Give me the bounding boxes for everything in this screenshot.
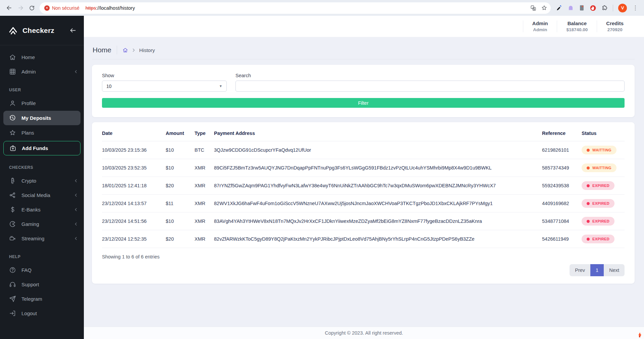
column-header-payment-address: Payment Address bbox=[214, 125, 542, 141]
briefcase-plus-icon bbox=[9, 145, 16, 152]
cell-amount: $10 bbox=[166, 159, 195, 177]
reload-icon bbox=[29, 5, 35, 11]
sidebar-item-label: Add Funds bbox=[22, 145, 48, 151]
sidebar-section-help: HELP bbox=[0, 246, 84, 263]
entries-summary: Showing 1 to 6 of 6 entries bbox=[102, 254, 625, 259]
status-dot-icon bbox=[587, 202, 590, 205]
sidebar-item-label: Profile bbox=[21, 100, 36, 106]
sidebar-item-add-funds[interactable]: Add Funds bbox=[3, 141, 80, 155]
sidebar-section-checkers: CHECKERS bbox=[0, 156, 84, 174]
filter-button[interactable]: Filter bbox=[102, 98, 625, 108]
cell-payment-address: 82vZfARWzkKToC5gyD89Y8Q2jPaKtxzMn2YykPJR… bbox=[214, 230, 542, 248]
flame-icon[interactable] bbox=[637, 332, 642, 338]
pagination-next-button[interactable]: Next bbox=[604, 264, 625, 276]
sidebar-item-telegram[interactable]: Telegram bbox=[0, 292, 84, 306]
cell-status: EXPIRED bbox=[582, 177, 625, 195]
pacman-icon bbox=[9, 221, 16, 228]
select-arrow-icon: ▼ bbox=[219, 84, 222, 88]
cell-payment-address: 3QJzw9CDDG91cDScupcrYFaQdvq12UfUor bbox=[214, 141, 542, 159]
ghost-extension-icon[interactable] bbox=[568, 5, 574, 11]
table-row: 10/03/2025 23:52:35$10XMR89Ci5FZJ5BmTz3r… bbox=[102, 159, 625, 177]
chevron-left-icon bbox=[73, 178, 78, 183]
browser-forward-button[interactable] bbox=[15, 2, 26, 14]
sidebar-item-gaming[interactable]: Gaming bbox=[0, 217, 84, 231]
table-row: 23/12/2024 12:52:35$20XMR82vZfARWzkKToC5… bbox=[102, 230, 625, 248]
bookmark-star-icon[interactable] bbox=[541, 5, 547, 11]
pagination-page-1-button[interactable]: 1 bbox=[590, 264, 604, 276]
show-select[interactable]: 10 ▼ bbox=[102, 81, 227, 92]
document-extension-icon[interactable] bbox=[579, 5, 585, 11]
breadcrumb: Home History bbox=[93, 46, 635, 54]
sidebar-item-label: Social Media bbox=[21, 192, 50, 198]
show-label: Show bbox=[102, 73, 227, 78]
translate-icon[interactable] bbox=[530, 5, 536, 11]
stop-hand-extension-icon[interactable] bbox=[590, 5, 596, 11]
eyedropper-extension-icon[interactable] bbox=[556, 5, 562, 11]
history-icon bbox=[9, 114, 16, 122]
page-footer: Copyright © 2023. All right reserved. bbox=[84, 327, 644, 339]
dollar-icon bbox=[9, 206, 16, 213]
table-row: 23/12/2024 14:13:57$11XMR82WV1XkJG6haFwF… bbox=[102, 195, 625, 212]
sidebar-item-logout[interactable]: Logout bbox=[0, 306, 84, 321]
sidebar-item-social-media[interactable]: Social Media bbox=[0, 188, 84, 202]
status-dot-icon bbox=[587, 166, 590, 170]
header-balance-stat: Balance $18740.00 bbox=[557, 20, 597, 32]
address-bar[interactable]: ✕ Non sécurisé https://localhost/history bbox=[40, 2, 551, 14]
browser-reload-button[interactable] bbox=[26, 2, 38, 14]
sidebar-item-label: Gaming bbox=[21, 221, 39, 227]
pagination: Prev 1 Next bbox=[570, 264, 625, 276]
status-label: EXPIRED bbox=[592, 237, 609, 241]
star-icon bbox=[9, 129, 16, 136]
column-header-amount: Amount bbox=[166, 125, 195, 141]
arrow-left-icon bbox=[6, 5, 12, 11]
sidebar-item-home[interactable]: Home bbox=[0, 50, 84, 64]
headset-icon bbox=[9, 281, 16, 288]
cell-type: XMR bbox=[195, 212, 214, 230]
extensions-puzzle-icon[interactable] bbox=[601, 5, 608, 11]
chevron-right-icon bbox=[131, 48, 136, 52]
cell-date: 23/12/2024 14:51:56 bbox=[102, 212, 166, 230]
sidebar-item-label: Admin bbox=[21, 69, 36, 75]
breadcrumb-divider bbox=[117, 46, 117, 54]
search-input[interactable] bbox=[235, 81, 625, 92]
sidebar-item-profile[interactable]: Profile bbox=[0, 96, 84, 110]
browser-menu-button[interactable]: ⋮ bbox=[632, 4, 639, 11]
sidebar-collapse-button[interactable] bbox=[69, 27, 76, 34]
table-row: 18/01/2025 12:41:18$20XMR87rYNZf5GwZAqm9… bbox=[102, 177, 625, 195]
status-label: EXPIRED bbox=[592, 184, 609, 188]
status-dot-icon bbox=[587, 220, 590, 223]
sidebar-item-admin[interactable]: Admin bbox=[0, 64, 84, 79]
sidebar-item-faq[interactable]: FAQ bbox=[0, 263, 84, 277]
cell-reference: 6219826101 bbox=[542, 141, 582, 159]
cell-amount: $10 bbox=[166, 212, 195, 230]
table-row: 10/03/2025 23:15:36$10BTC3QJzw9CDDG91cDS… bbox=[102, 141, 625, 159]
user-value: Admin bbox=[532, 27, 548, 32]
header-user-stat: Admin Admin bbox=[523, 20, 557, 32]
cell-type: BTC bbox=[195, 141, 214, 159]
cell-amount: $20 bbox=[166, 177, 195, 195]
browser-profile-avatar[interactable]: V bbox=[618, 4, 627, 12]
sidebar-item-plans[interactable]: Plans bbox=[0, 126, 84, 140]
security-warning-label: Non sécurisé bbox=[52, 5, 79, 11]
sidebar-item-label: Crypto bbox=[21, 178, 36, 184]
search-label: Search bbox=[235, 73, 625, 78]
home-icon[interactable] bbox=[122, 47, 128, 53]
cell-type: XMR bbox=[195, 195, 214, 212]
security-warning-badge[interactable]: ✕ Non sécurisé bbox=[44, 5, 79, 11]
not-secure-icon: ✕ bbox=[44, 5, 50, 11]
pagination-prev-button[interactable]: Prev bbox=[570, 264, 590, 276]
user-label: Admin bbox=[532, 20, 548, 26]
browser-back-button[interactable] bbox=[3, 2, 15, 14]
header-credits-stat: Credits 270920 bbox=[597, 20, 633, 32]
sidebar-item-streaming[interactable]: Streaming bbox=[0, 231, 84, 246]
arrow-right-icon bbox=[17, 5, 24, 11]
sidebar-item-support[interactable]: Support bbox=[0, 277, 84, 292]
sidebar-item-e-banks[interactable]: E-Banks bbox=[0, 202, 84, 217]
status-dot-icon bbox=[587, 149, 590, 152]
cell-date: 18/01/2025 12:41:18 bbox=[102, 177, 166, 195]
sidebar-item-my-deposits[interactable]: My Deposits bbox=[3, 111, 80, 125]
sidebar-item-crypto[interactable]: Crypto bbox=[0, 174, 84, 188]
cell-status: EXPIRED bbox=[582, 212, 625, 230]
status-label: EXPIRED bbox=[592, 201, 609, 205]
breadcrumb-rule bbox=[92, 59, 635, 59]
